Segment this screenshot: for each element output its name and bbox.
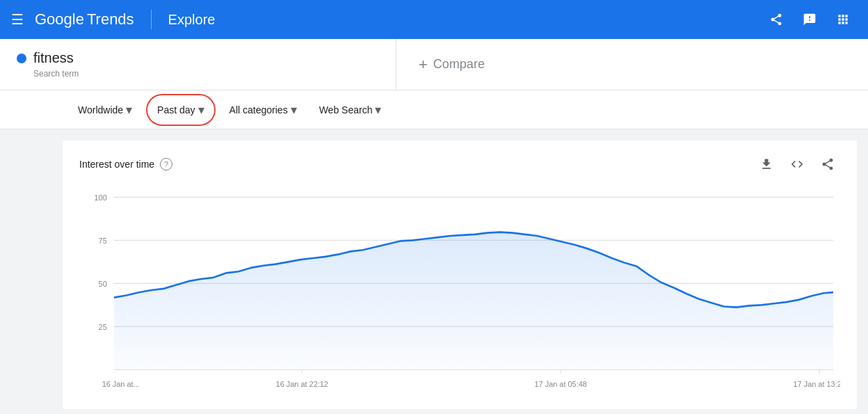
main-content: Interest over time ? [0,129,868,414]
explore-label: Explore [168,12,216,28]
category-filter[interactable]: All categories ▾ [221,97,305,123]
feedback-icon-btn[interactable] [796,6,823,33]
compare-container: + Compare [396,39,868,90]
chart-svg: 100 75 50 25 [79,182,840,398]
search-area: fitness Search term + Compare [0,39,868,90]
embed-button[interactable] [785,152,810,177]
share-chart-button[interactable] [815,152,840,177]
svg-text:25: 25 [99,322,107,331]
search-term-container: fitness Search term [0,39,396,90]
apps-icon-btn[interactable] [829,6,857,33]
svg-text:100: 100 [95,193,107,201]
search-term-text: fitness [33,50,74,66]
menu-icon[interactable]: ☰ [11,11,24,28]
compare-label: Compare [433,57,485,72]
filter-bar: Worldwide ▾ Past day ▾ All categories ▾ … [0,90,868,129]
svg-text:75: 75 [99,236,107,244]
header-logo: Google Trends [35,10,134,29]
chart-title-row: Interest over time ? [79,158,172,170]
compare-plus-icon: + [419,56,428,74]
category-arrow-icon: ▾ [291,102,297,118]
time-filter[interactable]: Past day ▾ [149,97,212,123]
embed-icon [790,157,804,171]
trends-text: Trends [87,10,134,29]
chart-container: Interest over time ? [63,141,857,409]
compare-button[interactable]: + Compare [419,56,485,74]
download-icon [760,157,773,171]
svg-text:16 Jan at 22:12: 16 Jan at 22:12 [276,380,328,388]
time-label: Past day [157,104,195,116]
download-button[interactable] [754,152,779,177]
help-icon[interactable]: ? [160,158,172,170]
share-icon [769,13,783,26]
category-label: All categories [230,104,288,116]
time-arrow-icon: ▾ [198,102,204,118]
header-divider [151,10,152,29]
share-chart-icon [821,157,835,171]
google-text: Google [35,10,84,29]
search-type-filter[interactable]: Web Search ▾ [311,97,390,123]
header-icons [762,6,857,33]
search-term-row: fitness [17,50,379,66]
region-arrow-icon: ▾ [126,102,132,118]
feedback-icon [803,13,817,26]
chart-graph: 100 75 50 25 [79,182,840,398]
header: ☰ Google Trends Explore [0,0,868,39]
region-filter[interactable]: Worldwide ▾ [70,97,140,123]
svg-text:16 Jan at...: 16 Jan at... [102,380,140,388]
share-icon-btn[interactable] [762,6,790,33]
chart-header: Interest over time ? [79,152,840,177]
region-label: Worldwide [78,104,123,116]
svg-text:17 Jan at 13:24: 17 Jan at 13:24 [793,380,840,388]
past-day-wrapper: Past day ▾ [146,94,215,126]
search-type-arrow-icon: ▾ [375,102,381,118]
apps-icon [836,13,850,26]
svg-text:17 Jan at 05:48: 17 Jan at 05:48 [535,380,587,388]
term-color-dot [17,54,26,63]
help-text: ? [164,160,168,168]
sidebar [0,129,63,414]
search-type-label: Web Search [319,104,373,116]
chart-actions [754,152,840,177]
chart-title: Interest over time [79,159,154,170]
search-term-label: Search term [17,69,379,79]
svg-text:50: 50 [99,279,107,287]
